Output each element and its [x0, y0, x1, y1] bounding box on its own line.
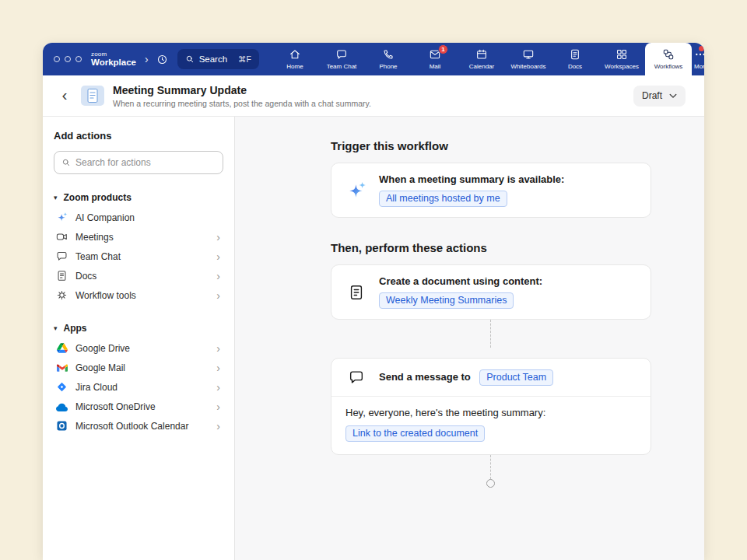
trigger-heading: Trigger this workflow	[331, 139, 651, 152]
status-dropdown[interactable]: Draft	[633, 86, 686, 107]
trigger-card[interactable]: When a meeting summary is available: All…	[331, 163, 651, 218]
workflow-flow: Trigger this workflow When a meeting sum…	[331, 139, 651, 488]
jira-icon	[55, 382, 68, 392]
whiteboards-icon	[522, 48, 535, 61]
trigger-card-content: When a meeting summary is available: All…	[379, 173, 564, 207]
workflow-canvas: Trigger this workflow When a meeting sum…	[235, 117, 704, 560]
mail-badge: 1	[438, 44, 448, 54]
search-actions-input[interactable]	[75, 157, 216, 168]
send-message-text: Send a message to	[379, 371, 471, 383]
team-chat-icon	[335, 48, 348, 61]
nav-item-workspaces[interactable]: Workspaces	[598, 43, 645, 75]
topnav-left: zoom Workplace › Search ⌘F	[43, 43, 259, 75]
recipient-chip[interactable]: Product Team	[479, 369, 553, 386]
window-controls	[54, 56, 82, 62]
workspaces-icon	[615, 48, 628, 61]
workflows-icon	[662, 48, 675, 61]
topnav-items: Home Team Chat Phone 1 Mail Calendar	[272, 43, 704, 75]
nav-item-phone[interactable]: Phone	[365, 43, 412, 75]
back-button[interactable]: ‹	[57, 86, 72, 105]
notification-dot	[699, 46, 704, 51]
chevron-right-icon: ›	[216, 251, 222, 262]
add-step-node[interactable]	[486, 479, 495, 488]
sidebar-item-team-chat[interactable]: Team Chat ›	[54, 247, 223, 266]
ai-sparkle-icon	[345, 180, 367, 201]
chevron-right-icon: ›	[216, 401, 222, 412]
message-body-text: Hey, everyone, here's the meeting summar…	[345, 407, 637, 418]
home-icon	[289, 48, 301, 61]
sidebar-item-google-drive[interactable]: Google Drive ›	[54, 338, 223, 358]
window-control-dot[interactable]	[54, 56, 60, 62]
chevron-right-icon: ›	[216, 232, 222, 243]
search-icon	[185, 54, 195, 64]
workflow-title: Meeting Summary Update	[113, 84, 371, 96]
actions-sidebar: Add actions ▾ Zoom products AI Companion…	[43, 117, 235, 560]
chevron-right-icon: ›	[216, 271, 222, 282]
logo-workplace-text: Workplace	[91, 58, 136, 68]
chevron-down-icon	[669, 93, 677, 99]
send-message-content: Send a message to Product Team	[379, 369, 553, 386]
connector-line	[490, 320, 491, 348]
nav-item-whiteboards[interactable]: Whiteboards	[505, 43, 552, 75]
trigger-scope-chip[interactable]: All meetings hosted by me	[379, 191, 507, 207]
google-drive-icon	[55, 343, 68, 353]
nav-item-more[interactable]: More	[692, 43, 704, 75]
nav-item-workflows[interactable]: Workflows	[645, 43, 692, 75]
window-control-dot[interactable]	[75, 56, 82, 62]
sidebar-item-microsoft-outlook-calendar[interactable]: Microsoft Outlook Calendar ›	[54, 416, 223, 436]
chevron-right-icon: ›	[216, 382, 222, 393]
nav-item-mail[interactable]: 1 Mail	[412, 43, 458, 75]
gmail-icon	[55, 363, 68, 372]
sidebar-item-microsoft-onedrive[interactable]: Microsoft OneDrive ›	[54, 397, 223, 416]
zoom-workplace-logo: zoom Workplace	[91, 51, 136, 68]
search-shortcut: ⌘F	[238, 54, 251, 64]
top-navigation: zoom Workplace › Search ⌘F Home Team Cha…	[43, 43, 704, 75]
actions-search[interactable]	[54, 151, 223, 174]
calendar-icon	[475, 48, 488, 61]
logo-zoom-text: zoom	[91, 51, 136, 58]
create-document-card[interactable]: Create a document using content: Weekly …	[331, 264, 651, 320]
caret-down-icon: ▾	[54, 325, 58, 332]
document-content-chip[interactable]: Weekly Meeting Summaries	[379, 292, 514, 309]
create-document-content: Create a document using content: Weekly …	[379, 275, 542, 309]
nav-item-docs[interactable]: Docs	[552, 43, 598, 75]
global-search[interactable]: Search ⌘F	[177, 49, 259, 69]
trigger-card-text: When a meeting summary is available:	[379, 173, 564, 185]
sidebar-item-ai-companion[interactable]: AI Companion	[54, 208, 223, 227]
workflow-title-block: Meeting Summary Update When a recurring …	[113, 84, 371, 108]
meetings-icon	[55, 231, 68, 243]
history-icon[interactable]	[156, 54, 168, 65]
workflow-subtitle: When a recurring meeting starts, post th…	[113, 99, 371, 108]
document-icon	[345, 284, 367, 301]
sidebar-item-docs[interactable]: Docs ›	[54, 266, 223, 285]
chevron-right-icon: ›	[216, 343, 222, 354]
outlook-calendar-icon	[55, 421, 68, 431]
ai-companion-icon	[55, 212, 68, 223]
docs-icon	[569, 48, 581, 61]
app-window: zoom Workplace › Search ⌘F Home Team Cha…	[43, 43, 704, 560]
document-link-chip[interactable]: Link to the created document	[345, 425, 485, 442]
onedrive-icon	[55, 401, 68, 412]
docs-icon	[55, 270, 68, 282]
nav-item-calendar[interactable]: Calendar	[458, 43, 505, 75]
actions-heading: Then, perform these actions	[331, 241, 651, 254]
content-area: Add actions ▾ Zoom products AI Companion…	[43, 117, 704, 560]
send-message-card[interactable]: Send a message to Product Team Hey, ever…	[331, 358, 651, 455]
nav-item-home[interactable]: Home	[272, 43, 318, 75]
chevron-right-icon[interactable]: ›	[144, 54, 149, 65]
team-chat-icon	[55, 250, 68, 262]
sidebar-item-workflow-tools[interactable]: Workflow tools ›	[54, 285, 223, 305]
create-document-text: Create a document using content:	[379, 275, 542, 287]
sidebar-item-google-mail[interactable]: Google Mail ›	[54, 358, 223, 377]
workflow-thumbnail	[81, 86, 104, 106]
sidebar-item-jira-cloud[interactable]: Jira Cloud ›	[54, 377, 223, 397]
section-apps[interactable]: ▾ Apps	[54, 323, 223, 334]
message-body: Hey, everyone, here's the meeting summar…	[331, 397, 651, 454]
search-icon	[61, 158, 71, 167]
nav-item-team-chat[interactable]: Team Chat	[318, 43, 365, 75]
sidebar-item-meetings[interactable]: Meetings ›	[54, 227, 223, 247]
status-badge: Draft	[642, 90, 662, 101]
sidebar-title: Add actions	[54, 130, 223, 142]
section-zoom-products[interactable]: ▾ Zoom products	[54, 192, 223, 203]
window-control-dot[interactable]	[65, 56, 71, 62]
